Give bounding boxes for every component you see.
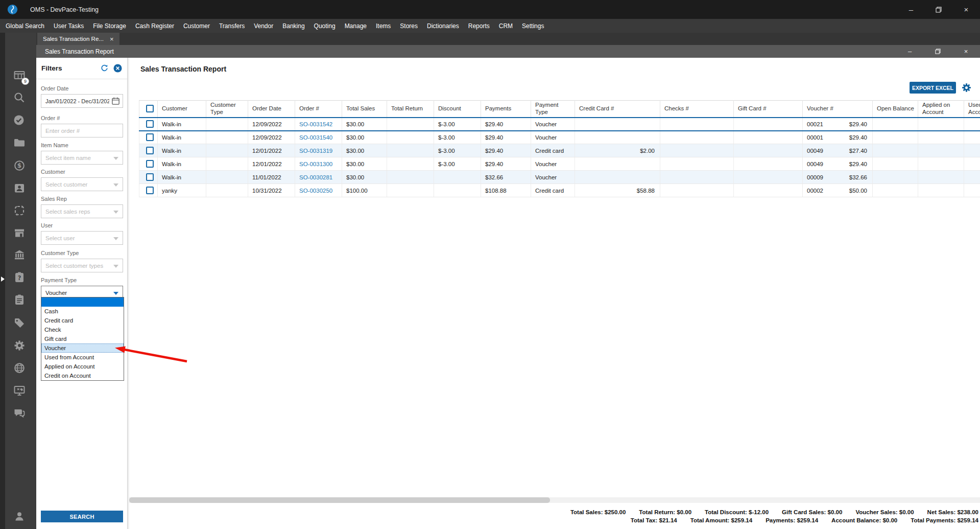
order-no-input[interactable] xyxy=(41,124,123,137)
chevron-down-icon[interactable] xyxy=(113,183,118,187)
bank-icon[interactable] xyxy=(13,249,26,261)
pos-monitor-icon[interactable] xyxy=(13,384,26,397)
dropdown-option-gift-card[interactable]: Gift card xyxy=(41,334,124,343)
chevron-down-icon[interactable] xyxy=(113,211,118,214)
dropdown-option-credit-card[interactable]: Credit card xyxy=(41,316,124,325)
col-payment-type[interactable]: Payment Type xyxy=(531,101,575,118)
clear-filters-icon[interactable] xyxy=(113,64,122,73)
help-clipboard-icon[interactable]: ? xyxy=(13,271,26,284)
row-checkbox[interactable] xyxy=(146,173,154,181)
col-order-no[interactable]: Order # xyxy=(295,101,342,118)
table-row[interactable]: Walk-in 11/01/2022SO-0030281 $30.00 $32.… xyxy=(139,171,980,184)
dropdown-option-cash[interactable]: Cash xyxy=(41,307,124,316)
menu-user-tasks[interactable]: User Tasks xyxy=(49,19,88,33)
store-icon[interactable] xyxy=(13,227,26,239)
row-checkbox[interactable] xyxy=(146,187,154,194)
tab-close-icon[interactable]: × xyxy=(110,35,114,43)
customer-type-select[interactable] xyxy=(41,259,123,272)
chevron-down-icon[interactable] xyxy=(113,292,118,295)
col-used-on-account[interactable]: Used on Account xyxy=(964,101,980,118)
menu-crm[interactable]: CRM xyxy=(494,19,517,33)
order-link[interactable]: SO-0031319 xyxy=(299,148,332,154)
chevron-down-icon[interactable] xyxy=(113,237,118,240)
menu-reports[interactable]: Reports xyxy=(464,19,494,33)
col-payments[interactable]: Payments xyxy=(481,101,531,118)
col-gift-card[interactable]: Gift Card # xyxy=(734,101,803,118)
sales-rep-select[interactable] xyxy=(41,204,123,218)
order-link[interactable]: SO-0031540 xyxy=(299,134,332,141)
minimize-icon[interactable]: – xyxy=(897,0,925,19)
inner-close-icon[interactable]: × xyxy=(952,45,980,58)
table-row[interactable]: Walk-in 12/09/2022SO-0031542 $30.00 $-3.… xyxy=(139,118,980,131)
row-checkbox[interactable] xyxy=(146,160,154,168)
col-total-return[interactable]: Total Return xyxy=(387,101,434,118)
user-select[interactable] xyxy=(41,231,123,245)
order-link[interactable]: SO-0031300 xyxy=(299,161,332,167)
row-checkbox[interactable] xyxy=(146,120,154,128)
chevron-down-icon[interactable] xyxy=(113,157,118,160)
dropdown-option-credit-on-account[interactable]: Credit on Account xyxy=(41,371,124,380)
item-name-select[interactable] xyxy=(41,151,123,165)
menu-dictionaries[interactable]: Dictionaries xyxy=(422,19,464,33)
menu-customer[interactable]: Customer xyxy=(179,19,214,33)
select-all-checkbox[interactable] xyxy=(146,105,154,112)
tasks-check-icon[interactable] xyxy=(13,113,26,126)
order-link[interactable]: SO-0030281 xyxy=(299,174,332,180)
dropdown-option-voucher[interactable]: Voucher xyxy=(41,343,124,353)
chevron-down-icon[interactable] xyxy=(113,265,118,268)
table-row[interactable]: Walk-in 12/09/2022SO-0031540 $30.00 $-3.… xyxy=(139,131,980,144)
dropdown-option-blank[interactable] xyxy=(41,297,124,307)
search-button[interactable]: SEARCH xyxy=(41,511,123,522)
dropdown-option-check[interactable]: Check xyxy=(41,325,124,334)
inner-restore-icon[interactable] xyxy=(924,45,952,58)
tag-icon[interactable] xyxy=(13,317,26,329)
row-checkbox[interactable] xyxy=(146,147,154,154)
col-checks[interactable]: Checks # xyxy=(660,101,734,118)
order-date-input[interactable] xyxy=(41,94,123,108)
menu-file-storage[interactable]: File Storage xyxy=(88,19,131,33)
restore-icon[interactable] xyxy=(925,0,952,19)
transfers-icon[interactable] xyxy=(13,204,26,217)
folder-icon[interactable] xyxy=(13,136,26,149)
tab-sales-transaction-report[interactable]: Sales Transaction Re... × xyxy=(37,33,119,45)
col-voucher[interactable]: Voucher # xyxy=(803,101,873,118)
menu-settings[interactable]: Settings xyxy=(517,19,548,33)
menu-stores[interactable]: Stores xyxy=(395,19,422,33)
menu-items[interactable]: Items xyxy=(371,19,395,33)
menu-banking[interactable]: Banking xyxy=(278,19,309,33)
dropdown-option-applied-on-account[interactable]: Applied on Account xyxy=(41,362,124,371)
col-discount[interactable]: Discount xyxy=(434,101,481,118)
inner-minimize-icon[interactable]: – xyxy=(896,45,924,58)
close-icon[interactable]: × xyxy=(952,0,980,19)
refresh-icon[interactable] xyxy=(100,64,109,73)
sidebar-expander-icon[interactable] xyxy=(1,277,5,282)
globe-icon[interactable] xyxy=(13,362,26,374)
scrollbar-thumb[interactable] xyxy=(129,497,550,503)
order-link[interactable]: SO-0031542 xyxy=(299,121,332,127)
customer-card-icon[interactable] xyxy=(13,182,26,194)
col-applied-on-account[interactable]: Applied on Account xyxy=(918,101,964,118)
row-checkbox[interactable] xyxy=(146,133,154,141)
search-icon[interactable] xyxy=(13,91,26,104)
col-customer[interactable]: Customer xyxy=(158,101,206,118)
menu-quoting[interactable]: Quoting xyxy=(309,19,340,33)
settings-gear-icon[interactable] xyxy=(13,339,26,352)
menu-manage[interactable]: Manage xyxy=(340,19,371,33)
col-order-date[interactable]: Order Date xyxy=(248,101,295,118)
table-row[interactable]: Walk-in 12/01/2022SO-0031300 $30.00 $-3.… xyxy=(139,157,980,171)
user-icon[interactable] xyxy=(13,510,26,522)
table-row[interactable]: Walk-in 12/01/2022SO-0031319 $30.00 $-3.… xyxy=(139,144,980,157)
menu-transfers[interactable]: Transfers xyxy=(214,19,249,33)
calendar-icon[interactable] xyxy=(111,97,120,105)
dropdown-option-used-from-account[interactable]: Used from Account xyxy=(41,353,124,362)
export-excel-button[interactable]: EXPORT EXCEL xyxy=(910,82,956,94)
table-row[interactable]: yanky 10/31/2022SO-0030250 $100.00 $108.… xyxy=(139,184,980,197)
sales-dollar-icon[interactable]: $ xyxy=(13,159,26,172)
horizontal-scrollbar[interactable] xyxy=(129,497,980,503)
menu-global-search[interactable]: Global Search xyxy=(1,19,49,33)
menu-vendor[interactable]: Vendor xyxy=(249,19,278,33)
clipboard-list-icon[interactable] xyxy=(13,294,26,306)
customer-select[interactable] xyxy=(41,177,123,191)
order-link[interactable]: SO-0030250 xyxy=(299,188,332,194)
col-credit-card[interactable]: Credit Card # xyxy=(575,101,660,118)
